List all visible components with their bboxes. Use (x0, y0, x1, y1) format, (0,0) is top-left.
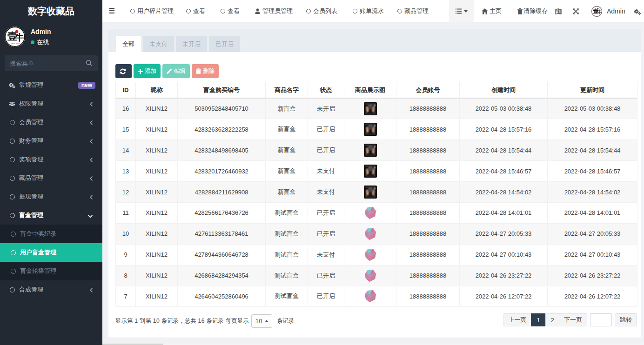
svg-text:Best bull: Best bull (11, 42, 20, 45)
svg-text:牛: 牛 (597, 9, 602, 14)
svg-text:牛: 牛 (14, 33, 24, 42)
